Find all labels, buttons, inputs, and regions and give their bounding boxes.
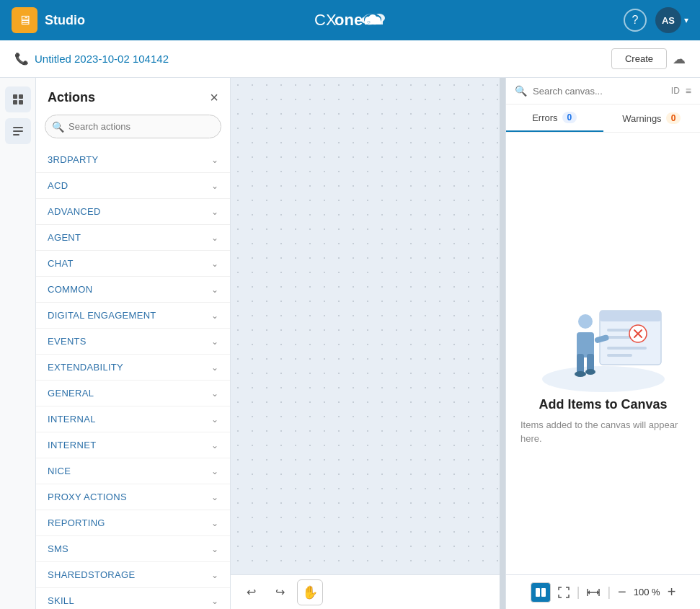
svg-rect-31 bbox=[577, 354, 584, 374]
cloud-save-icon: ☁ bbox=[673, 51, 686, 67]
cxone-logo-svg: CX one ○ bbox=[307, 5, 394, 32]
header-right: ? AS ▾ bbox=[624, 7, 688, 33]
sort-icon[interactable]: ≡ bbox=[686, 85, 691, 97]
create-button[interactable]: Create bbox=[611, 48, 667, 69]
right-panel: 🔍 ID ≡ Errors 0 Warnings 0 bbox=[505, 78, 700, 609]
empty-title: Add Items to Canvas bbox=[539, 397, 667, 412]
actions-title: Actions bbox=[48, 90, 95, 105]
zoom-in-button[interactable]: + bbox=[668, 584, 676, 600]
top-header: 🖥 Studio CX one ○ ? AS ▾ bbox=[0, 0, 700, 40]
right-panel-search: 🔍 ID ≡ bbox=[506, 78, 700, 105]
svg-rect-16 bbox=[13, 127, 23, 128]
warnings-button[interactable]: Warnings 0 bbox=[603, 105, 701, 132]
errors-label: Errors bbox=[532, 112, 557, 123]
action-item[interactable]: NICE ⌄ bbox=[36, 458, 230, 484]
action-chevron-icon: ⌄ bbox=[211, 311, 218, 321]
action-item[interactable]: EXTENDABILITY ⌄ bbox=[36, 355, 230, 381]
action-chevron-icon: ⌄ bbox=[211, 233, 218, 243]
user-avatar[interactable]: AS bbox=[655, 7, 681, 33]
zoom-bar: | | − 100 % + bbox=[505, 574, 700, 609]
action-item[interactable]: 3RDPARTY ⌄ bbox=[36, 147, 230, 173]
errors-badge: 0 bbox=[562, 112, 577, 123]
undo-button[interactable]: ↩ bbox=[239, 581, 262, 604]
canvas-empty-state: Add Items to Canvas Items added to the c… bbox=[506, 133, 700, 609]
action-item[interactable]: EVENTS ⌄ bbox=[36, 329, 230, 355]
project-title: Untitled 2023-10-02 104142 bbox=[35, 53, 169, 65]
action-item[interactable]: REPORTING ⌄ bbox=[36, 510, 230, 536]
action-label: INTERNET bbox=[48, 440, 96, 450]
expand-button[interactable] bbox=[558, 587, 570, 598]
canvas-scrollbar[interactable] bbox=[500, 78, 505, 609]
action-chevron-icon: ⌄ bbox=[211, 285, 218, 295]
sub-header: 📞 Untitled 2023-10-02 104142 Create ☁ bbox=[0, 40, 700, 78]
actions-header: Actions × bbox=[36, 78, 230, 115]
action-chevron-icon: ⌄ bbox=[211, 518, 218, 528]
svg-rect-30 bbox=[577, 332, 594, 357]
action-item[interactable]: SHAREDSTORAGE ⌄ bbox=[36, 562, 230, 588]
fit-width-button[interactable] bbox=[587, 588, 600, 597]
action-chevron-icon: ⌄ bbox=[211, 259, 218, 269]
action-label: CHAT bbox=[48, 258, 74, 269]
action-label: ACD bbox=[48, 180, 68, 191]
icon-bar-variables[interactable] bbox=[5, 118, 31, 144]
action-chevron-icon: ⌄ bbox=[211, 363, 218, 373]
empty-illustration bbox=[531, 296, 675, 397]
errors-button[interactable]: Errors 0 bbox=[506, 105, 603, 132]
action-label: 3RDPARTY bbox=[48, 154, 99, 165]
phone-icon: 📞 bbox=[14, 52, 29, 66]
zoom-out-button[interactable]: − bbox=[618, 584, 626, 600]
action-item[interactable]: DIGITAL ENGAGEMENT ⌄ bbox=[36, 303, 230, 329]
svg-text:one: one bbox=[335, 11, 363, 29]
action-item[interactable]: INTERNET ⌄ bbox=[36, 432, 230, 458]
action-label: SKILL bbox=[48, 595, 74, 606]
zoom-divider2: | bbox=[607, 584, 611, 600]
svg-point-19 bbox=[542, 366, 665, 392]
cxone-logo: CX one ○ bbox=[307, 5, 394, 35]
warnings-badge: 0 bbox=[666, 112, 681, 124]
action-item[interactable]: AGENT ⌄ bbox=[36, 225, 230, 251]
search-box: 🔍 bbox=[45, 115, 221, 138]
search-input[interactable] bbox=[45, 115, 221, 138]
action-chevron-icon: ⌄ bbox=[211, 155, 218, 165]
studio-icon: 🖥 bbox=[12, 7, 37, 33]
svg-rect-17 bbox=[13, 130, 23, 132]
studio-title: Studio bbox=[45, 13, 85, 28]
avatar-wrapper: AS ▾ bbox=[655, 7, 688, 33]
action-item[interactable]: SKILL ⌄ bbox=[36, 588, 230, 609]
id-label: ID bbox=[671, 86, 680, 96]
action-chevron-icon: ⌄ bbox=[211, 181, 218, 191]
svg-text:○: ○ bbox=[367, 19, 371, 25]
svg-point-29 bbox=[578, 314, 593, 329]
action-label: GENERAL bbox=[48, 388, 94, 399]
action-chevron-icon: ⌄ bbox=[211, 544, 218, 554]
action-item[interactable]: SMS ⌄ bbox=[36, 536, 230, 562]
icon-bar-actions[interactable] bbox=[5, 86, 31, 112]
svg-text:CX: CX bbox=[314, 11, 337, 29]
action-item[interactable]: COMMON ⌄ bbox=[36, 277, 230, 303]
svg-rect-37 bbox=[541, 588, 546, 597]
header-left: 🖥 Studio bbox=[12, 7, 85, 33]
canvas-bottom-bar: ↩ ↪ ✋ bbox=[231, 574, 500, 609]
help-button[interactable]: ? bbox=[624, 9, 647, 32]
action-label: AGENT bbox=[48, 232, 81, 243]
action-chevron-icon: ⌄ bbox=[211, 466, 218, 476]
svg-rect-14 bbox=[13, 100, 17, 105]
action-label: NICE bbox=[48, 466, 71, 476]
canvas-search-input[interactable] bbox=[533, 86, 665, 97]
action-item[interactable]: PROXY ACTIONS ⌄ bbox=[36, 484, 230, 510]
zoom-divider: | bbox=[577, 584, 580, 600]
book-view-button[interactable] bbox=[531, 582, 551, 603]
avatar-chevron-icon: ▾ bbox=[684, 15, 688, 25]
action-label: SMS bbox=[48, 543, 68, 554]
hand-tool-button[interactable]: ✋ bbox=[297, 579, 323, 605]
action-item[interactable]: GENERAL ⌄ bbox=[36, 381, 230, 406]
action-item[interactable]: ADVANCED ⌄ bbox=[36, 199, 230, 225]
action-item[interactable]: CHAT ⌄ bbox=[36, 251, 230, 277]
close-actions-button[interactable]: × bbox=[210, 89, 218, 106]
action-item[interactable]: ACD ⌄ bbox=[36, 173, 230, 199]
action-item[interactable]: INTERNAL ⌄ bbox=[36, 406, 230, 432]
actions-list: 3RDPARTY ⌄ ACD ⌄ ADVANCED ⌄ AGENT ⌄ CHAT… bbox=[36, 147, 230, 609]
action-chevron-icon: ⌄ bbox=[211, 596, 218, 606]
search-icon: 🔍 bbox=[52, 121, 64, 133]
redo-button[interactable]: ↪ bbox=[268, 581, 291, 604]
